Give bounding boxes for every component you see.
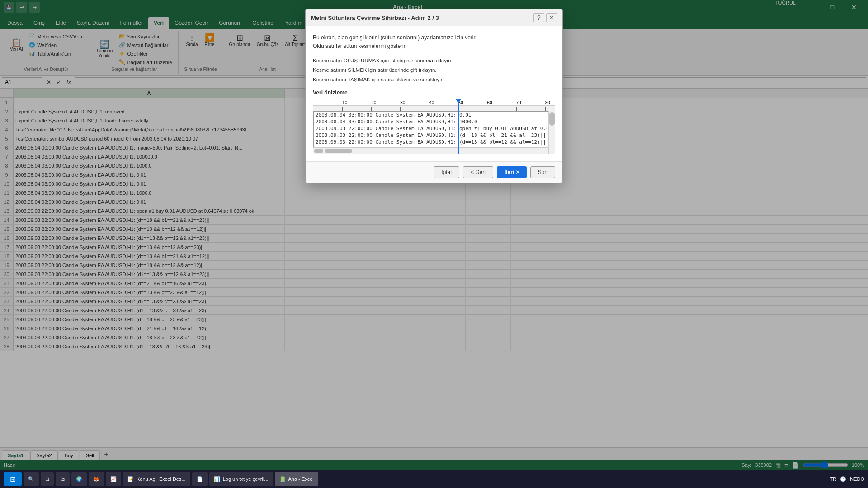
taskbar-edge[interactable]: 🌍 <box>71 472 87 486</box>
preview-line-2: 2003.08.04 03:00:00 Candle System EA AUD… <box>314 118 548 125</box>
ruler-label-80: 80 <box>545 100 550 105</box>
taskbar-mt4[interactable]: 📈 <box>106 472 121 486</box>
file-explorer-icon: 🗂 <box>60 476 65 482</box>
next-button[interactable]: İleri > <box>497 166 527 178</box>
edge-icon: 🌍 <box>76 476 82 482</box>
ruler-tick-60 <box>487 107 487 111</box>
taskbar-excel[interactable]: 📗 Ana - Excel <box>275 472 318 486</box>
dialog-instr-2: Kesme satırını SİLMEK için satır üzerind… <box>313 66 555 75</box>
dialog-close-button[interactable]: ✕ <box>546 13 557 22</box>
ruler-label-60: 60 <box>487 100 492 105</box>
ruler-tick-20 <box>371 107 372 111</box>
back-button[interactable]: < Geri <box>463 166 493 178</box>
ruler-tick-30 <box>400 107 401 111</box>
taskbar: ⊞ 🔍 ⊟ 🗂 🌍 🦊 📈 📝 Konu Aç | Excel Des... 📄… <box>0 470 868 488</box>
system-clock: 🕐 <box>840 476 846 482</box>
taskbar-right: TR 🕐 NEDO <box>830 476 864 482</box>
dialog-footer: İptal < Geri İleri > Son <box>306 161 562 183</box>
dialog-desc-line2: Oklu satırlar sütun kesmelerini gösterir… <box>313 42 555 51</box>
ruler-tick-40 <box>429 107 429 111</box>
search-icon: 🔍 <box>28 476 34 482</box>
taskbar-notepad[interactable]: 📄 <box>192 472 208 486</box>
ruler-tick-10 <box>342 107 343 111</box>
dialog-description: Bu ekran, alan genişliklerini (sütun son… <box>313 33 555 51</box>
keyboard-lang: TR <box>830 476 837 482</box>
log-icon: 📊 <box>214 476 220 482</box>
ruler-marker[interactable] <box>458 99 459 111</box>
dialog-controls: ? ✕ <box>533 13 557 22</box>
ruler-tick-70 <box>516 107 517 111</box>
ruler[interactable]: 10 20 30 40 50 60 70 80 <box>313 99 555 111</box>
ruler-label-40: 40 <box>429 100 434 105</box>
ruler-tick-80 <box>545 107 546 111</box>
dialog-titlebar: Metni Sütunlara Çevirme Sihirbazı - Adım… <box>306 9 562 26</box>
preview-scrollbar-h[interactable]: › <box>313 147 555 154</box>
notepad-icon: 📄 <box>197 476 203 482</box>
taskbar-file-explorer[interactable]: 🗂 <box>56 472 70 486</box>
preview-container: 2003.08.04 03:00:00 Candle System EA AUD… <box>313 111 555 154</box>
dialog-overlay: Metni Sütunlara Çevirme Sihirbazı - Adım… <box>0 0 868 470</box>
excel-des-icon: 📝 <box>127 476 134 482</box>
preview-scrollbar-v[interactable] <box>548 111 555 154</box>
preview-line-4: 2003.09.03 22:00:00 Candle System EA AUD… <box>314 132 548 139</box>
taskbar-log[interactable]: 📊 Log un txt ye çevril... <box>209 472 273 486</box>
scrollbar-thumb-v <box>549 112 555 126</box>
excel-des-label: Konu Aç | Excel Des... <box>137 476 186 482</box>
log-label: Log un txt ye çevril... <box>223 476 269 482</box>
dialog-instructions: Kesme satırı OLUŞTURMAK için istediğiniz… <box>313 56 555 84</box>
ruler-label-30: 30 <box>400 100 405 105</box>
preview-line-3: 2003.09.03 22:00:00 Candle System EA AUD… <box>314 125 548 132</box>
dialog-instr-1: Kesme satırı OLUŞTURMAK için istediğiniz… <box>313 56 555 66</box>
firefox-icon: 🦊 <box>93 476 99 482</box>
dialog-instr-3: Kesme satırını TAŞIMAK için satıra tıkla… <box>313 75 555 84</box>
ruler-arrow <box>456 99 461 103</box>
task-view-icon: ⊟ <box>45 476 49 482</box>
preview-line-1: 2003.08.04 03:00:00 Candle System EA AUD… <box>314 112 548 118</box>
dialog-title: Metni Sütunlara Çevirme Sihirbazı - Adım… <box>311 14 533 21</box>
start-button[interactable]: ⊞ <box>4 472 22 486</box>
taskbar-task-view[interactable]: ⊟ <box>41 472 54 486</box>
taskbar-search[interactable]: 🔍 <box>24 472 39 486</box>
preview-area[interactable]: 2003.08.04 03:00:00 Candle System EA AUD… <box>313 111 555 147</box>
ruler-label-70: 70 <box>516 100 521 105</box>
ruler-label-20: 20 <box>371 100 376 105</box>
taskbar-firefox[interactable]: 🦊 <box>89 472 104 486</box>
preview-line-5: 2003.09.03 22:00:00 Candle System EA AUD… <box>314 139 548 145</box>
excel-label: Ana - Excel <box>288 476 314 482</box>
taskbar-excel-des[interactable]: 📝 Konu Aç | Excel Des... <box>123 472 190 486</box>
finish-button[interactable]: Son <box>530 166 555 178</box>
dialog: Metni Sütunlara Çevirme Sihirbazı - Adım… <box>305 9 563 183</box>
excel-icon: 📗 <box>279 476 286 482</box>
dialog-desc-line1: Bu ekran, alan genişliklerini (sütun son… <box>313 33 555 42</box>
excel-window: 💾 ↩ ↪ Ana - Excel TUĞRUL — □ ✕ Dosya Gir… <box>0 0 868 470</box>
mt4-icon: 📈 <box>110 476 117 482</box>
scroll-thumb-h <box>325 149 352 153</box>
scroll-thumb-left <box>314 149 323 153</box>
dialog-help-button[interactable]: ? <box>533 13 544 22</box>
nedo-label: NEDO <box>850 476 864 482</box>
ruler-label-10: 10 <box>342 100 347 105</box>
cancel-button[interactable]: İptal <box>434 166 459 178</box>
dialog-body: Bu ekran, alan genişliklerini (sütun son… <box>306 26 562 161</box>
preview-label: Veri önizleme <box>313 89 555 96</box>
